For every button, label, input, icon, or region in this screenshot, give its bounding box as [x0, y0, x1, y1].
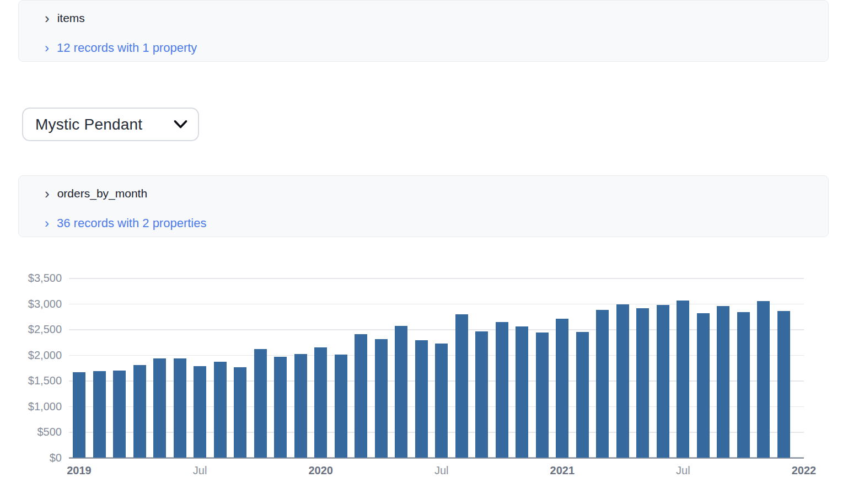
bar — [556, 319, 568, 458]
bar — [576, 332, 589, 458]
items-panel-title: items — [57, 12, 85, 25]
bar — [153, 358, 166, 458]
bar — [475, 331, 488, 458]
chevron-down-icon — [173, 119, 188, 130]
bar — [174, 358, 186, 458]
gridline — [69, 329, 804, 330]
bar — [536, 333, 549, 458]
bar — [496, 322, 508, 458]
chevron-right-icon: › — [45, 217, 49, 229]
bar — [717, 306, 729, 458]
bar — [93, 371, 106, 458]
bar — [777, 311, 790, 458]
bar — [355, 334, 367, 458]
bar — [516, 326, 528, 458]
product-select-value: Mystic Pendant — [35, 116, 173, 133]
bar — [616, 304, 629, 458]
items-panel-toggle[interactable]: › items — [45, 10, 85, 26]
bar — [133, 365, 146, 458]
bar — [395, 326, 407, 458]
bar — [657, 305, 669, 458]
bar — [234, 367, 246, 458]
y-axis-tick-label: $1,500 — [0, 373, 62, 388]
items-object-panel: › items › 12 records with 1 property — [18, 0, 829, 62]
bar — [73, 372, 85, 458]
bar — [737, 312, 750, 458]
bar — [415, 340, 428, 458]
x-axis-tick-label: Jul — [645, 463, 722, 478]
bar — [335, 355, 347, 458]
bar — [375, 339, 388, 458]
items-records-expander[interactable]: › 12 records with 1 property — [45, 40, 197, 56]
orders-object-panel: › orders_by_month › 36 records with 2 pr… — [18, 175, 829, 237]
bar — [435, 344, 448, 458]
orders-panel-toggle[interactable]: › orders_by_month — [45, 186, 147, 201]
product-select[interactable]: Mystic Pendant — [22, 108, 199, 141]
bar — [294, 354, 307, 458]
x-axis-tick-label: Jul — [162, 463, 239, 478]
orders-bar-chart: $3,500$3,000$2,500$2,000$1,500$1,000$500… — [0, 254, 848, 502]
x-axis-tick-label: 2019 — [41, 463, 118, 478]
orders-panel-title: orders_by_month — [57, 187, 147, 200]
bar — [636, 308, 649, 458]
bar — [697, 313, 710, 458]
bar — [455, 314, 468, 458]
bar — [254, 349, 267, 458]
bar — [194, 366, 206, 458]
bar — [274, 357, 287, 458]
y-axis-tick-label: $1,000 — [0, 399, 62, 414]
chevron-right-icon: › — [45, 12, 50, 24]
x-axis-tick-label: 2020 — [282, 463, 359, 478]
items-records-summary: 12 records with 1 property — [57, 41, 197, 55]
x-axis-tick-label: 2021 — [524, 463, 601, 478]
bar — [214, 362, 227, 458]
gridline — [69, 304, 804, 305]
y-axis-tick-label: $500 — [0, 425, 62, 439]
y-axis-tick-label: $2,000 — [0, 348, 62, 362]
bar — [757, 301, 770, 458]
chevron-right-icon: › — [45, 42, 49, 54]
gridline — [69, 278, 804, 279]
orders-records-expander[interactable]: › 36 records with 2 properties — [45, 216, 206, 231]
y-axis-tick-label: $2,500 — [0, 322, 62, 336]
chevron-right-icon: › — [45, 187, 50, 200]
orders-records-summary: 36 records with 2 properties — [57, 216, 206, 230]
y-axis-tick-label: $3,000 — [0, 297, 62, 311]
y-axis-tick-label: $3,500 — [0, 271, 62, 285]
x-axis-tick-label: Jul — [403, 463, 480, 478]
bar — [113, 371, 126, 458]
x-axis-tick-label: 2022 — [765, 463, 842, 478]
bar — [596, 310, 609, 458]
bar — [314, 347, 327, 458]
bar — [677, 301, 689, 458]
